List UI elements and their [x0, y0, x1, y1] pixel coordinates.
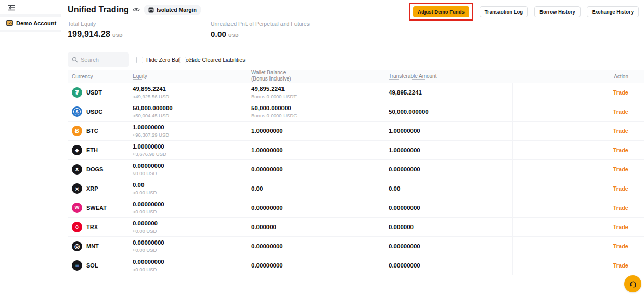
- equity-cell: 0.00000000 ≈0.00 USD: [133, 160, 164, 179]
- currency-name: XRP: [86, 185, 98, 192]
- checkbox-icon[interactable]: [136, 57, 143, 63]
- headset-icon: [629, 280, 637, 288]
- trade-link[interactable]: Trade: [613, 147, 628, 153]
- unified-trading-page: Demo Account Unified Trading Isolated Ma…: [0, 0, 644, 294]
- margin-mode-badge: Isolated Margin: [144, 5, 201, 15]
- exchange-history-button[interactable]: Exchange History: [587, 6, 639, 17]
- trade-link[interactable]: Trade: [613, 224, 628, 230]
- currency-name: USDT: [86, 89, 102, 96]
- col-currency: Currency: [72, 70, 93, 83]
- currency-name: SOL: [86, 262, 98, 269]
- equity-cell: 0.00000000 ≈0.00 USD: [133, 237, 164, 256]
- action-cell: Trade: [613, 237, 628, 256]
- trade-link[interactable]: Trade: [613, 128, 628, 134]
- search-input[interactable]: [81, 57, 122, 63]
- currency-cell: Ƀ BTC: [72, 122, 98, 140]
- col-equity: Equity: [133, 70, 147, 83]
- trade-link[interactable]: Trade: [613, 262, 628, 269]
- transferable-value: 50,000.000000: [389, 109, 429, 115]
- coin-icon: Ƀ: [72, 126, 82, 136]
- equity-usd-value: ≈96,307.29 USD: [133, 132, 169, 138]
- action-cell: Trade: [613, 198, 628, 217]
- equity-value: 0.00000000: [133, 259, 164, 265]
- currency-cell: ᴥ DOGS: [72, 160, 103, 179]
- coin-icon: $: [72, 106, 82, 117]
- equity-value: 0.00000000: [133, 163, 164, 169]
- checkbox-label: Hide Cleared Liabilities: [189, 57, 245, 63]
- equity-value: 0.00000000: [133, 201, 164, 207]
- equity-value: 0.000000: [133, 220, 158, 226]
- sidebar-collapse-icon[interactable]: [7, 4, 16, 12]
- wallet-bonus-value: Bonus 0.0000 USDC: [251, 113, 297, 118]
- sidebar-item-demo-account[interactable]: Demo Account: [0, 17, 61, 30]
- currency-name: ETH: [86, 147, 98, 153]
- unrealized-pnl-value: 0.00USD: [211, 30, 239, 38]
- unrealized-pnl-unit: USD: [228, 33, 239, 38]
- table-header: Currency Equity Wallet Balance (Bonus In…: [68, 70, 644, 83]
- equity-usd-value: ≈0.00 USD: [133, 228, 158, 234]
- hide-cleared-liabilities-checkbox[interactable]: Hide Cleared Liabilities: [179, 52, 245, 67]
- wallet-balance-cell: 0.000000: [251, 218, 276, 236]
- currency-name: DOGS: [86, 166, 103, 172]
- trade-link[interactable]: Trade: [613, 89, 628, 96]
- equity-cell: 1.00000000 ≈3,676.98 USD: [133, 141, 166, 159]
- page-title: Unified Trading: [68, 5, 129, 15]
- eye-icon[interactable]: [133, 7, 140, 13]
- col-action: Action: [614, 70, 628, 83]
- currency-name: TRX: [86, 224, 98, 230]
- equity-usd-value: ≈0.00 USD: [133, 170, 164, 176]
- wallet-balance-cell: 0.00000000: [251, 237, 283, 256]
- checkbox-icon[interactable]: [179, 57, 186, 63]
- transferable-value: 0.00: [389, 185, 400, 192]
- transferable-value: 1.00000000: [389, 128, 420, 134]
- equity-usd-value: ≈0.00 USD: [133, 190, 157, 195]
- equity-value: 0.00000000: [133, 239, 164, 246]
- transferable-cell: 0.00000000: [389, 160, 420, 179]
- trade-link[interactable]: Trade: [613, 109, 628, 115]
- equity-cell: 0.00000000 ≈0.00 USD: [133, 256, 164, 275]
- transferable-value: 49,895.2241: [389, 89, 422, 96]
- transferable-cell: 49,895.2241: [389, 83, 422, 102]
- equity-usd-value: ≈49,925.56 USD: [133, 93, 169, 99]
- currency-cell: W SWEAT: [72, 198, 107, 217]
- wallet-balance-value: 0.000000: [251, 224, 276, 230]
- action-cell: Trade: [613, 122, 628, 140]
- equity-value: 0.00: [133, 182, 157, 188]
- transferable-value: 0.000000: [389, 224, 414, 230]
- equity-usd-value: ≈0.00 USD: [133, 266, 164, 272]
- table-row: W SWEAT 0.00000000 ≈0.00 USD 0.00000000 …: [68, 198, 644, 218]
- currency-cell: ◊ TRX: [72, 218, 98, 236]
- wallet-balance-cell: 49,895.2241 Bonus 0.0000 USDT: [251, 83, 297, 102]
- wallet-balance-cell: 0.00: [251, 179, 263, 198]
- borrow-history-button[interactable]: Borrow History: [534, 6, 581, 17]
- wallet-balance-cell: 50,000.000000 Bonus 0.0000 USDC: [251, 102, 297, 121]
- wallet-balance-cell: 0.00000000: [251, 256, 283, 275]
- wallet-balance-value: 0.00000000: [251, 205, 283, 211]
- sidebar: Demo Account: [0, 0, 61, 294]
- action-cell: Trade: [613, 160, 628, 179]
- wallet-bonus-value: Bonus 0.0000 USDT: [251, 93, 297, 99]
- support-fab-button[interactable]: [624, 275, 641, 292]
- wallet-balance-cell: 0.00000000: [251, 160, 283, 179]
- trade-link[interactable]: Trade: [613, 205, 628, 211]
- trade-link[interactable]: Trade: [613, 166, 628, 172]
- sidebar-item-label: Demo Account: [16, 20, 56, 26]
- transaction-log-button[interactable]: Transaction Log: [480, 6, 528, 17]
- adjust-demo-funds-button[interactable]: Adjust Demo Funds: [413, 6, 469, 17]
- demo-account-icon: [6, 20, 13, 26]
- currency-cell: ≡ SOL: [72, 256, 98, 275]
- transferable-value: 0.00000000: [389, 262, 420, 269]
- trade-link[interactable]: Trade: [613, 243, 628, 249]
- sidebar-divider: [61, 0, 61, 32]
- equity-value: 50,000.000000: [133, 105, 173, 111]
- wallet-balance-value: 0.00000000: [251, 243, 283, 249]
- annotation-box: Adjust Demo Funds: [409, 3, 473, 21]
- transferable-cell: 0.00000000: [389, 237, 420, 256]
- trade-link[interactable]: Trade: [613, 185, 628, 192]
- action-cell: Trade: [613, 218, 628, 236]
- col-transferable: Transferable Amount: [389, 70, 436, 83]
- currency-cell: ₮ USDT: [72, 83, 102, 102]
- equity-cell: 0.000000 ≈0.00 USD: [133, 218, 158, 236]
- currency-name: MNT: [86, 243, 99, 249]
- coin-icon: ᴥ: [72, 164, 82, 175]
